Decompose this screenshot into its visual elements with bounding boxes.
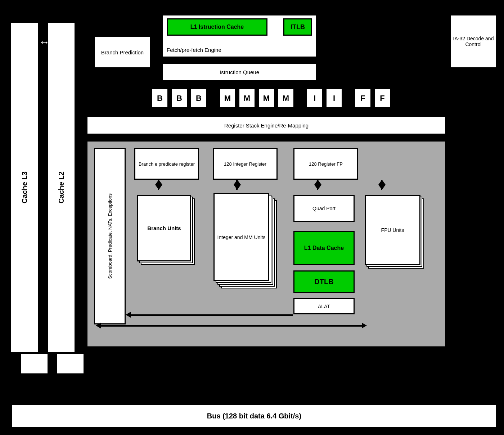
ir-arrow-down (234, 185, 241, 190)
cache-l2-to-bus-arrow (63, 391, 70, 396)
cache-l2-bottom (56, 353, 85, 375)
bus-arrow-left-1 (126, 312, 131, 318)
slot-m3: M (258, 88, 275, 108)
itlb-label: ITLB (291, 23, 305, 31)
branch-units: Branch Units (137, 195, 191, 261)
bundle-slots-row: B B B M M M M I I F F (151, 88, 391, 108)
cache-l3-label: Cache L3 (21, 171, 29, 203)
itlb: ITLB (283, 18, 312, 36)
fp-arrow-up (314, 180, 321, 185)
cache-l3-to-bus-line (29, 378, 30, 393)
bus-line-2 (100, 325, 363, 327)
fpu-units: FPU Units (365, 195, 420, 265)
l1-icache-label: L1 Istruction Cache (190, 24, 244, 30)
cache-l2-label: Cache L2 (57, 171, 66, 203)
int-register: 128 Integer Register (213, 148, 278, 180)
l1-dcache-label: L1 Data Cache (304, 245, 344, 251)
execution-area: Scoreboard, Predicate, NATs, Exceptions … (86, 140, 446, 347)
slot-f2: F (374, 88, 391, 108)
register-stack-engine: Register Stack Engine/Re-Mapping (86, 116, 446, 135)
quad-port-label: Quad Port (312, 206, 336, 211)
fp-arrow-down (314, 185, 321, 190)
alat-label: ALAT (318, 304, 330, 309)
bp-arrow-down (155, 185, 162, 190)
quad-port: Quad Port (293, 195, 355, 222)
fetch-engine-label: Fetch/pre-fetch Engine (167, 47, 221, 53)
l1-dcache: L1 Data Cache (293, 231, 355, 265)
branch-pred-reg-label: Branch e predicate register (139, 161, 195, 167)
branch-prediction-label: Branch Prediction (101, 49, 144, 55)
int-register-label: 128 Integer Register (224, 161, 266, 167)
fp-register-label: 128 Register FP (309, 161, 343, 167)
alat: ALAT (293, 298, 355, 314)
instruction-queue-label: Istruction Queue (220, 69, 259, 75)
processor-diagram: Cache L3 Cache L2 ↔ Branch Prediction L1… (0, 0, 504, 435)
bus-arrow-left-2 (96, 323, 101, 328)
cache-l3: Cache L3 (10, 22, 39, 353)
fpu-arrow-down (378, 185, 386, 190)
dtlb-label: DTLB (314, 278, 333, 286)
slot-m2: M (238, 88, 256, 108)
bus-line-1 (130, 314, 293, 316)
fpu-units-label: FPU Units (381, 227, 404, 233)
ia32-decode: IA-32 Decode and Control (450, 14, 497, 68)
branch-pred-reg: Branch e predicate register (134, 148, 199, 180)
fetch-engine-box: L1 Istruction Cache ITLB Fetch/pre-fetch… (162, 14, 317, 58)
cache-l3-to-bus-arrow (26, 391, 33, 396)
bus-arrow-right-2 (362, 323, 367, 328)
slot-f1: F (354, 88, 372, 108)
branch-units-label: Branch Units (147, 225, 181, 231)
branch-prediction-box: Branch Prediction (94, 36, 151, 68)
bp-arrow-up (155, 180, 162, 185)
bus-bar: Bus (128 bit data 6.4 Gbit/s) (11, 403, 498, 429)
scoreboard-label: Scoreboard, Predicate, NATs, Exceptions (107, 193, 113, 279)
cache-l2: Cache L2 (47, 22, 76, 353)
slot-b2: B (171, 88, 188, 108)
cache-l2-to-bus-line (66, 378, 67, 393)
slot-b1: B (151, 88, 168, 108)
slot-b3: B (190, 88, 207, 108)
instruction-queue: Istruction Queue (162, 63, 317, 81)
bus-label: Bus (128 bit data 6.4 Gbit/s) (207, 412, 301, 420)
ia32-decode-label: IA-32 Decode and Control (451, 36, 496, 47)
int-mm-label: Integer and MM Units (217, 234, 266, 240)
dtlb: DTLB (293, 270, 355, 293)
ir-arrow-up (234, 180, 241, 185)
register-stack-label: Register Stack Engine/Re-Mapping (224, 122, 309, 129)
scoreboard: Scoreboard, Predicate, NATs, Exceptions (94, 148, 126, 324)
slot-i1: I (306, 88, 323, 108)
int-mm-units: Integer and MM Units (213, 193, 269, 281)
slot-m4: M (277, 88, 294, 108)
cache-arrow: ↔ (39, 36, 50, 48)
cache-l3-bottom (20, 353, 49, 375)
l1-icache: L1 Istruction Cache (167, 18, 267, 36)
fpu-arrow-up (378, 180, 386, 185)
fp-register: 128 Register FP (293, 148, 358, 180)
slot-m1: M (219, 88, 236, 108)
slot-i2: I (325, 88, 343, 108)
